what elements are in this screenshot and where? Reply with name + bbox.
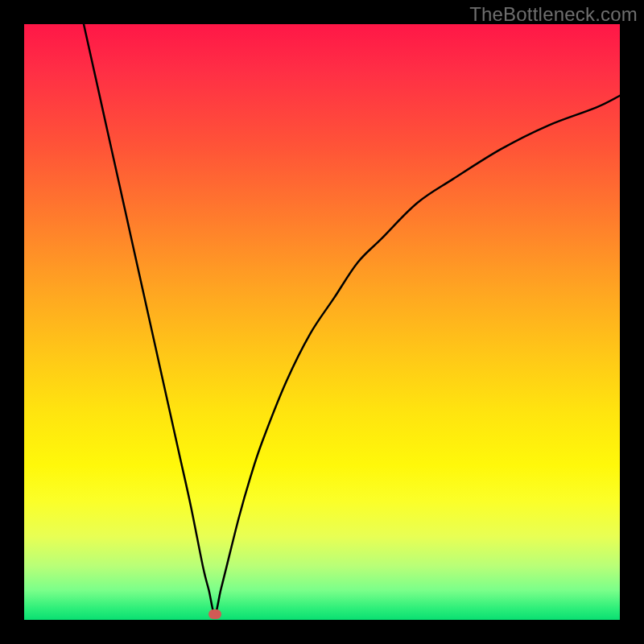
chart-plot-area bbox=[24, 24, 620, 620]
watermark-text: TheBottleneck.com bbox=[469, 3, 638, 26]
chart-frame: TheBottleneck.com bbox=[0, 0, 644, 644]
minimum-marker bbox=[208, 609, 221, 619]
bottleneck-curve bbox=[24, 24, 620, 620]
